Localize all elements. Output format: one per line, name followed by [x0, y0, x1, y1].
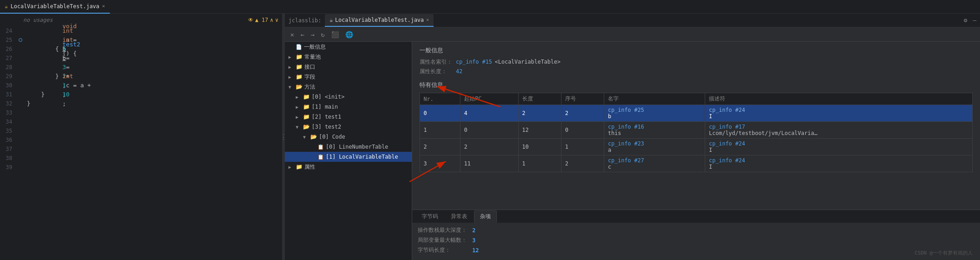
- code-length-value: 12: [472, 247, 479, 254]
- table-row[interactable]: 1 0 12 0 cp_info #16 this cp_info #17: [420, 122, 973, 139]
- general-info-title: 一般信息: [419, 46, 973, 55]
- col-index: 序号: [561, 93, 604, 105]
- tree-item-interfaces-label: 接口: [304, 63, 315, 71]
- tree-item-init[interactable]: ▶ 📁 [0] <init>: [285, 92, 412, 102]
- tree-item-fields-label: 字段: [304, 73, 315, 81]
- table-row[interactable]: 0 4 2 2 cp_info #25 b cp_info #24: [420, 105, 973, 122]
- cell-desc: cp_info #24 I: [705, 155, 973, 172]
- local-variable-table: Nr. 起始PC 长度 序号 名字 描述符 0 4: [419, 93, 973, 172]
- cell-nr: 2: [420, 139, 460, 155]
- tab-bytecode[interactable]: 字节码: [416, 210, 444, 223]
- tree-item-general[interactable]: 📄 一般信息: [285, 42, 412, 52]
- code-line-39: 39: [0, 163, 282, 172]
- code-line-33: 33: [0, 108, 282, 117]
- jclasslib-tab-close[interactable]: ×: [426, 17, 429, 22]
- cell-start-pc: 2: [460, 139, 519, 155]
- tree-item-constants-label: 常量池: [304, 53, 321, 61]
- cell-index: 2: [561, 105, 604, 122]
- tree-item-constants[interactable]: ▶ 📁 常量池: [285, 52, 412, 62]
- cell-nr: 1: [420, 122, 460, 139]
- code-line-30: 30 int c = a + 10 ;: [0, 81, 282, 90]
- attr-length-value: 42: [456, 68, 462, 75]
- jclasslib-tab-label: LocalVariableTableTest.java: [335, 17, 424, 23]
- dash-icon[interactable]: —: [973, 17, 976, 24]
- bottom-tabs-area: 字节码 异常表 杂项 操作数栈最大深度： 2 局部变量最大幅数： 3: [412, 210, 980, 260]
- cell-start-pc: 0: [460, 122, 519, 139]
- jclasslib-tab[interactable]: ☕ LocalVariableTableTest.java ×: [325, 14, 434, 27]
- max-stack-value: 2: [472, 227, 475, 234]
- tree-item-code[interactable]: ▼ 📂 [0] Code: [285, 132, 412, 142]
- tree-item-methods[interactable]: ▼ 📂 方法: [285, 82, 412, 92]
- tab-exception-table[interactable]: 异常表: [445, 210, 473, 223]
- settings-icon[interactable]: ⚙: [964, 17, 967, 24]
- back-button[interactable]: ←: [298, 30, 306, 39]
- cell-index: 1: [561, 139, 604, 155]
- table-row[interactable]: 2 2 10 1 cp_info #23 a cp_info #24: [420, 139, 973, 155]
- attr-name-value[interactable]: cp_info #15: [456, 59, 492, 65]
- code-length-row: 字节码长度： 12: [418, 246, 975, 254]
- jclasslib-toolbar: ✕ ← → ↻ ⬛ 🌐: [285, 27, 980, 42]
- max-locals-value: 3: [472, 237, 475, 244]
- tree-panel: 📄 一般信息 ▶ 📁 常量池 ▶ 📁 接口 ▶ 📁 字段: [285, 42, 412, 260]
- tree-item-init-label: [0] <init>: [312, 94, 344, 100]
- max-locals-label: 局部变量最大幅数：: [418, 236, 472, 244]
- tree-item-test2[interactable]: ▼ 📂 [3] test2: [285, 122, 412, 132]
- tree-item-interfaces[interactable]: ▶ 📁 接口: [285, 62, 412, 72]
- code-line-35: 35: [0, 126, 282, 135]
- editor-tab[interactable]: ☕ LocalVariableTableTest.java ×: [0, 0, 110, 14]
- tree-item-test1[interactable]: ▶ 📁 [2] test1: [285, 112, 412, 122]
- cell-name: cp_info #27 c: [604, 155, 705, 172]
- code-panel: no usages 👁 ▲ 17 ∧ ∨ 24 public void test…: [0, 14, 282, 260]
- cell-start-pc: 11: [460, 155, 519, 172]
- tree-item-main-label: [1] main: [312, 104, 338, 110]
- jclasslib-label: jclasslib:: [288, 17, 321, 24]
- col-start-pc: 起始PC: [460, 93, 519, 105]
- tree-item-fields[interactable]: ▶ 📁 字段: [285, 72, 412, 82]
- cell-length: 2: [518, 105, 561, 122]
- close-button[interactable]: ✕: [288, 30, 296, 39]
- table-header-row: Nr. 起始PC 长度 序号 名字 描述符: [420, 93, 973, 105]
- attr-name-row: 属性名索引： cp_info #15 <LocalVariableTable>: [419, 58, 973, 66]
- save-button[interactable]: ⬛: [329, 30, 341, 39]
- col-nr: Nr.: [420, 93, 460, 105]
- max-stack-row: 操作数栈最大深度： 2: [418, 226, 975, 234]
- bottom-tab-bar: 字节码 异常表 杂项: [412, 210, 980, 223]
- table-row[interactable]: 3 11 1 2 cp_info #27 c cp_info #24: [420, 155, 973, 172]
- cell-index: 2: [561, 155, 604, 172]
- tree-item-methods-label: 方法: [304, 83, 315, 91]
- refresh-button[interactable]: ↻: [319, 30, 326, 39]
- code-line-37: 37: [0, 145, 282, 154]
- cell-desc: cp_info #24 I: [705, 105, 973, 122]
- col-desc: 描述符: [705, 93, 973, 105]
- tree-item-linenumber-label: [0] LineNumberTable: [326, 144, 388, 150]
- tree-item-attributes[interactable]: ▶ 📁 属性: [285, 162, 412, 172]
- tab-misc[interactable]: 杂项: [474, 210, 497, 223]
- main-content: no usages 👁 ▲ 17 ∧ ∨ 24 public void test…: [0, 14, 980, 260]
- tree-item-test2-label: [3] test2: [312, 124, 341, 130]
- code-line-34: 34: [0, 117, 282, 126]
- cell-name: cp_info #16 this: [604, 122, 705, 139]
- code-line-36: 36: [0, 135, 282, 145]
- editor-tab-close[interactable]: ×: [102, 4, 105, 9]
- cell-index: 0: [561, 122, 604, 139]
- jclasslib-tab-bar: jclasslib: ☕ LocalVariableTableTest.java…: [285, 14, 980, 27]
- tree-item-general-label: 一般信息: [304, 43, 326, 51]
- tree-item-localvariable[interactable]: 📋 [1] LocalVariableTable: [285, 152, 412, 162]
- forward-button[interactable]: →: [309, 30, 316, 39]
- export-button[interactable]: 🌐: [344, 30, 355, 39]
- info-panel: 一般信息 属性名索引： cp_info #15 <LocalVariableTa…: [412, 42, 980, 210]
- tree-item-linenumber[interactable]: 📋 [0] LineNumberTable: [285, 142, 412, 152]
- jclasslib-tab-icon: ☕: [329, 17, 333, 23]
- attr-name-ref: <LocalVariableTable>: [495, 59, 561, 65]
- cell-name: cp_info #23 a: [604, 139, 705, 155]
- jclasslib-body: 📄 一般信息 ▶ 📁 常量池 ▶ 📁 接口 ▶ 📁 字段: [285, 42, 980, 260]
- col-name: 名字: [604, 93, 705, 105]
- tab-bar: ☕ LocalVariableTableTest.java ×: [0, 0, 980, 14]
- max-locals-row: 局部变量最大幅数： 3: [418, 236, 975, 244]
- panel-divider[interactable]: [282, 14, 285, 260]
- cell-start-pc: 4: [460, 105, 519, 122]
- tree-item-main[interactable]: ▶ 📁 [1] main: [285, 102, 412, 112]
- code-line-31: 31 }: [0, 90, 282, 99]
- max-stack-label: 操作数栈最大深度：: [418, 226, 472, 234]
- code-lines: 24 public void test2 () { 25 int: [0, 26, 282, 172]
